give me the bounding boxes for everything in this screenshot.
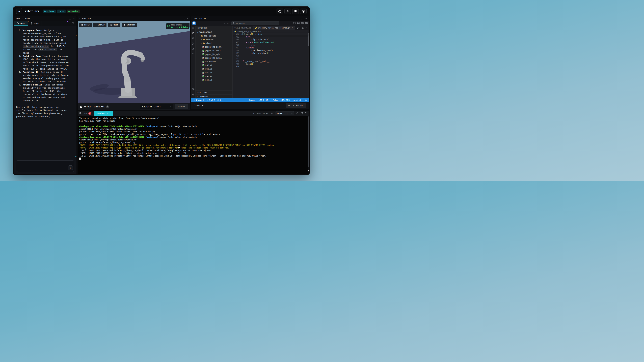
close-tab-icon[interactable]: × xyxy=(292,27,293,29)
layout-panel-icon[interactable] xyxy=(297,22,300,24)
search-sidebar-icon[interactable] xyxy=(192,37,194,39)
status-layout-us[interactable]: Layout: US xyxy=(293,99,301,101)
profile-select[interactable]: Default (| xyxy=(276,111,294,115)
explorer-icon[interactable] xyxy=(192,32,194,34)
tree-item-fab-uploads[interactable]: vfab / uploads xyxy=(196,34,232,38)
bell-icon[interactable] xyxy=(305,99,307,101)
mujoco-viewport[interactable] xyxy=(78,21,190,103)
expand-icon[interactable] xyxy=(183,17,184,19)
tree-item-gripper-lite-right-[interactable]: gripper_lite_right... xyxy=(196,56,232,60)
code-line-413: 413 main() xyxy=(232,63,308,65)
editor-scrollbar[interactable] xyxy=(308,33,309,98)
back-button[interactable]: ← xyxy=(16,8,22,14)
tab-ufactory-control[interactable]: ufactory_lite6_ros_control.py × xyxy=(253,26,295,30)
section-timeline[interactable]: ›TIMELINE xyxy=(196,94,232,98)
nav-forward-icon[interactable]: → xyxy=(227,22,228,24)
command-search-input[interactable]: workspace xyxy=(231,21,279,25)
tree-item-link1-stl[interactable]: link1.stl xyxy=(196,63,232,67)
status-lf[interactable]: LF xyxy=(266,99,268,101)
files-button[interactable]: FILES xyxy=(108,23,120,27)
status-3-12-3-64-bit[interactable]: 3.12.3 64-bit xyxy=(280,99,290,101)
terminal-tab[interactable]: Terminal 1 × xyxy=(94,111,113,116)
tree-item-link3-stl[interactable]: link3.stl xyxy=(196,71,232,75)
theme-button[interactable] xyxy=(300,8,306,14)
expand-icon[interactable] xyxy=(302,17,304,19)
terminal-output[interactable]: To run a command as administrator (user … xyxy=(78,116,308,174)
problems-indicator[interactable]: 0 0 xyxy=(206,99,215,101)
tree-item-visual[interactable]: ›visual xyxy=(196,41,232,45)
collaborators-button[interactable] xyxy=(284,8,291,14)
code-view[interactable]: 400def main() -> None:403 try:404 rclpy.… xyxy=(232,33,308,98)
tree-item-link5-stl[interactable]: link5.stl xyxy=(196,78,232,82)
external-link-icon[interactable] xyxy=(306,17,307,19)
activity-bar xyxy=(191,26,196,98)
ports-indicator[interactable]: 3 xyxy=(217,99,221,101)
github-button[interactable] xyxy=(276,8,283,14)
info-icon[interactable]: i xyxy=(106,105,109,108)
chat-input[interactable]: ↑ xyxy=(16,160,74,172)
breadcrumb[interactable]: ufactory_lite6_ros_control.py › ... xyxy=(232,30,309,33)
section-outline[interactable]: ›OUTLINE xyxy=(196,90,232,94)
fullscreen-icon[interactable] xyxy=(305,112,307,114)
layout-grid-icon[interactable] xyxy=(305,22,308,24)
account-icon[interactable] xyxy=(192,88,194,90)
tree-item-link4-stl[interactable]: link4.stl xyxy=(196,75,232,78)
new-terminal-button[interactable]: + xyxy=(253,112,254,115)
tab-plan[interactable]: PLAN xyxy=(28,21,42,26)
external-link-icon[interactable] xyxy=(301,112,303,114)
test-flask-icon[interactable] xyxy=(192,48,194,50)
tab-chat[interactable]: CHAT xyxy=(14,21,28,26)
external-link-icon[interactable] xyxy=(73,17,75,19)
code-line-412: 412if __name__ == "__main__": xyxy=(232,60,308,63)
chat-scroll-arrow[interactable] xyxy=(75,156,76,157)
git-branch-indicator[interactable]: main xyxy=(196,99,204,101)
actions-button[interactable]: Actions xyxy=(175,104,188,109)
tree-item-collision[interactable]: ›collision xyxy=(196,38,232,41)
nav-back-icon[interactable]: ← xyxy=(224,22,225,24)
external-link-icon[interactable] xyxy=(186,17,188,19)
chat-scrollbar[interactable] xyxy=(76,131,76,155)
minimize-icon[interactable]: — xyxy=(66,17,67,20)
status-spaces-4[interactable]: Spaces: 4 xyxy=(248,99,256,101)
tree-item-gripper-lite-right-[interactable]: gripper_lite_right... xyxy=(196,52,232,56)
layout-columns-button[interactable] xyxy=(292,8,299,14)
close-terminal-icon[interactable]: × xyxy=(110,112,111,114)
terminal-scrollbar[interactable] xyxy=(308,116,309,172)
window-topbar: ← robot arm ROS jazzylargeRunning xyxy=(13,6,310,16)
status-utf-8[interactable]: UTF-8 xyxy=(259,99,264,101)
status--python[interactable]: { } Python xyxy=(270,99,278,101)
menu-icon[interactable] xyxy=(192,27,194,29)
reset-button[interactable]: RESET xyxy=(79,23,92,27)
tree-item-gripper-lite-left-f-[interactable]: gripper_lite_left_f... xyxy=(196,49,232,52)
terminal-line: [INFO] [1770512540.296679944] [ufactory_… xyxy=(79,155,308,157)
layout-columns-icon[interactable] xyxy=(301,22,304,24)
send-button[interactable]: ↑ xyxy=(68,165,73,170)
history-button[interactable] xyxy=(69,21,76,26)
settings-gear-icon[interactable] xyxy=(192,93,194,96)
simulation-panel: SIMULATION — xyxy=(78,16,190,110)
refresh-icon[interactable] xyxy=(296,112,298,114)
upload-icon xyxy=(95,24,97,26)
tab-readme[interactable]: view] README.md xyxy=(232,26,253,30)
logs-tab[interactable]: Logs 2 xyxy=(79,112,91,115)
preset-select[interactable]: REACHER RL (2-DOF) xyxy=(140,104,173,109)
tree-item-gripper-lite-body-[interactable]: gripper_lite_body... xyxy=(196,45,232,49)
minimize-icon[interactable]: — xyxy=(179,17,180,20)
editor-more-icon[interactable] xyxy=(306,27,308,28)
layout-sidebar-icon[interactable] xyxy=(293,22,296,24)
editor-actions-button[interactable]: Editor actions xyxy=(286,103,306,108)
explorer-more-icon[interactable]: ··· xyxy=(228,27,230,29)
remote-indicator[interactable]: >< xyxy=(193,99,194,101)
upload-button[interactable]: UPLOAD xyxy=(93,23,106,27)
source-control-icon[interactable] xyxy=(192,42,194,45)
controls-button[interactable]: CONTROLS xyxy=(122,23,137,27)
minimize-icon[interactable]: — xyxy=(298,17,300,20)
split-editor-icon[interactable] xyxy=(302,27,304,29)
expand-icon[interactable] xyxy=(69,17,71,19)
tree-root-workspace[interactable]: vWORKSPACE xyxy=(196,30,232,34)
tree-item-link-base-stl[interactable]: link_base.stl xyxy=(196,60,232,63)
tree-item-link2-stl[interactable]: link2.stl xyxy=(196,67,232,71)
status-badge-ros-jazzy: ROS jazzy xyxy=(43,9,56,13)
more-icon[interactable] xyxy=(192,53,194,54)
run-button[interactable] xyxy=(297,27,300,29)
